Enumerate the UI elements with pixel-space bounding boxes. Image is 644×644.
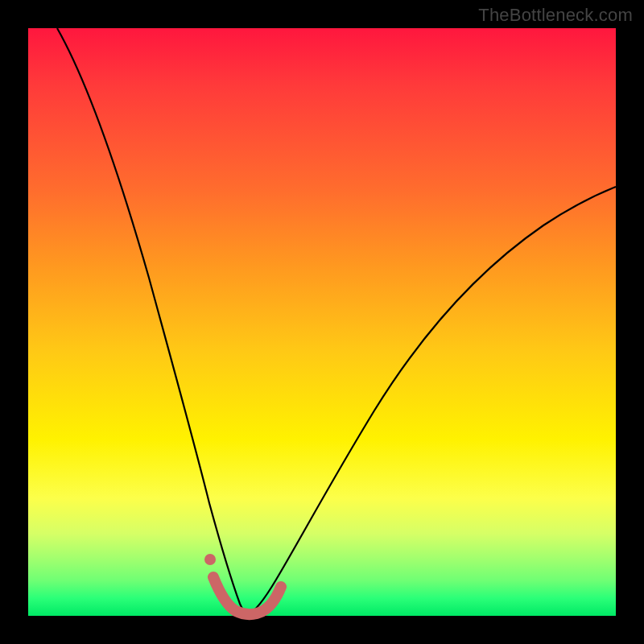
chart-svg: [data-name="curve-right-branch"] { displ… <box>28 28 616 616</box>
trough-marker-dot <box>204 554 216 565</box>
stage: TheBottleneck.com [data-name="curve-righ… <box>0 0 644 644</box>
curve-right-branch-overlay <box>247 187 616 615</box>
plot-area: [data-name="curve-right-branch"] { displ… <box>28 28 616 616</box>
watermark-text: TheBottleneck.com <box>478 5 633 26</box>
trough-marker <box>213 577 281 614</box>
curve-left-branch <box>57 28 247 615</box>
